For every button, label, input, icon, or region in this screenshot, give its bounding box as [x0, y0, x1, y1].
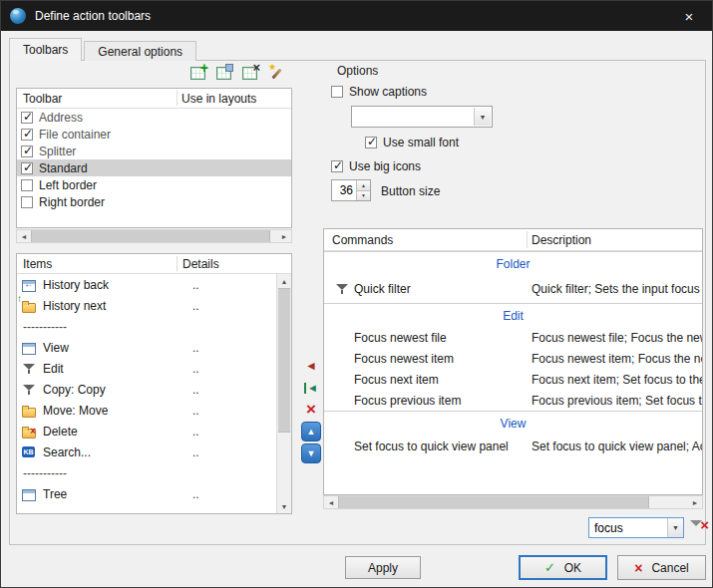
item-edit[interactable]: Edit ..	[17, 358, 291, 379]
checkbox[interactable]	[21, 179, 33, 191]
cmd-focus-next-item[interactable]: Focus next item Focus next item; Set foc…	[324, 369, 702, 390]
tab-general-options[interactable]: General options	[84, 41, 196, 61]
use-small-font-row: Use small font	[365, 136, 459, 149]
scroll-down-icon[interactable]	[277, 499, 291, 513]
item-separator[interactable]: -----------	[17, 462, 291, 483]
tab-toolbars[interactable]: Toolbars	[9, 38, 82, 61]
row-label: Address	[39, 111, 83, 125]
items-list-vscrollbar[interactable]	[276, 274, 291, 513]
history-next-icon	[21, 298, 37, 314]
scrollbar-thumb[interactable]	[31, 230, 270, 242]
checkbox[interactable]	[21, 196, 33, 208]
checkbox[interactable]	[21, 146, 33, 157]
commands-header: Commands Description	[324, 229, 702, 251]
spinner-up-icon[interactable]	[357, 180, 370, 191]
toolbar-row-right-border[interactable]: Right border	[17, 193, 291, 210]
command-description: Focus newest item; Focus the ne	[532, 352, 702, 366]
cmd-quick-filter[interactable]: Quick filter Quick filter; Sets the inpu…	[324, 275, 702, 303]
item-label: View	[43, 341, 69, 355]
scroll-left-icon[interactable]	[17, 230, 31, 242]
toolbar-list-hscrollbar[interactable]	[16, 229, 292, 243]
toolbar-row-file-container[interactable]: File container	[17, 126, 291, 143]
caption-style-combobox[interactable]	[351, 106, 493, 128]
scroll-right-icon[interactable]	[277, 230, 291, 242]
move-up-icon[interactable]	[301, 422, 321, 441]
item-tree[interactable]: Tree ..	[17, 483, 291, 504]
add-toolbar-icon[interactable]	[189, 64, 208, 82]
clear-filter-icon[interactable]	[689, 518, 709, 537]
show-captions-checkbox[interactable]	[331, 86, 343, 98]
cmd-set-focus-quick-view[interactable]: Set focus to quick view panel Set focus …	[324, 435, 702, 458]
item-label: Edit	[43, 362, 64, 376]
delete-toolbar-icon[interactable]	[241, 64, 260, 82]
add-to-toolbar-icon[interactable]	[301, 356, 321, 376]
item-label: History next	[43, 299, 106, 313]
remove-item-icon[interactable]	[301, 400, 321, 420]
scroll-up-icon[interactable]	[277, 274, 291, 288]
item-history-next[interactable]: History next ..	[17, 295, 291, 316]
wizard-icon[interactable]	[267, 64, 286, 82]
item-details: ..	[192, 425, 199, 439]
toolbar-row-address[interactable]: Address	[17, 109, 291, 126]
scrollbar-thumb[interactable]	[338, 496, 649, 508]
insert-to-toolbar-icon[interactable]	[301, 378, 321, 398]
item-label: Delete	[43, 425, 78, 439]
command-label: Quick filter	[354, 282, 411, 296]
chevron-down-icon[interactable]	[474, 108, 491, 126]
apply-button[interactable]: Apply	[345, 556, 421, 579]
commands-hscrollbar[interactable]	[323, 495, 703, 509]
column-description: Description	[532, 233, 591, 247]
ok-button[interactable]: OK	[519, 555, 607, 580]
button-size-input[interactable]	[333, 181, 355, 199]
row-label: Splitter	[39, 145, 76, 158]
toolbar-row-standard[interactable]: Standard	[17, 159, 291, 176]
separator-label: -----------	[23, 466, 67, 480]
checkbox[interactable]	[21, 112, 33, 124]
command-search-input[interactable]	[590, 519, 666, 536]
use-small-font-checkbox[interactable]	[365, 137, 377, 148]
item-details: ..	[192, 299, 199, 313]
edit-toolbar-icon[interactable]	[215, 64, 234, 82]
row-label: Right border	[39, 195, 105, 209]
commands-list: Commands Description Folder Quick filter…	[323, 228, 703, 495]
close-button[interactable]: ×	[666, 1, 712, 31]
checkbox[interactable]	[21, 129, 33, 141]
toolbar-list: Toolbar Use in layouts Address File cont…	[16, 88, 292, 228]
toolbar-row-splitter[interactable]: Splitter	[17, 143, 291, 159]
spinner-down-icon[interactable]	[357, 191, 370, 201]
scroll-left-icon[interactable]	[324, 496, 338, 508]
item-label: Move: Move	[43, 404, 108, 418]
command-description: Focus newest file; Focus the new	[532, 331, 702, 345]
scrollbar-thumb[interactable]	[278, 288, 290, 433]
item-move[interactable]: Move: Move ..	[17, 400, 291, 421]
dialog-window: Define action toolbars × Toolbars Genera…	[0, 0, 713, 588]
scrollbar-track[interactable]	[649, 496, 688, 508]
cancel-button[interactable]: Cancel	[617, 555, 706, 580]
use-big-icons-label: Use big icons	[349, 159, 421, 173]
cmd-focus-previous-item[interactable]: Focus previous item Focus previous item;…	[324, 390, 702, 411]
move-down-icon[interactable]	[301, 443, 321, 463]
item-delete[interactable]: Delete ..	[17, 421, 291, 441]
item-label: Tree	[43, 487, 67, 501]
cmd-focus-newest-file[interactable]: Focus newest file Focus newest file; Foc…	[324, 327, 702, 348]
search-chevron-down-icon[interactable]	[667, 518, 683, 537]
edit-icon	[21, 361, 37, 377]
item-copy[interactable]: Copy: Copy ..	[17, 379, 291, 400]
item-view[interactable]: View ..	[17, 337, 291, 358]
checkbox[interactable]	[21, 162, 33, 174]
items-list: Items Details History back .. History ne…	[16, 253, 292, 514]
scroll-right-icon[interactable]	[688, 496, 702, 508]
cmd-focus-newest-item[interactable]: Focus newest item Focus newest item; Foc…	[324, 348, 702, 369]
use-big-icons-checkbox[interactable]	[331, 160, 343, 172]
toolbar-row-left-border[interactable]: Left border	[17, 176, 291, 193]
item-label: Copy: Copy	[43, 383, 106, 397]
row-label: Left border	[39, 178, 97, 192]
command-search-box	[588, 517, 684, 538]
column-use-in-layouts: Use in layouts	[181, 92, 256, 106]
scrollbar-track[interactable]	[277, 433, 291, 499]
item-history-back[interactable]: History back ..	[17, 274, 291, 295]
item-search[interactable]: Search... ..	[17, 441, 291, 462]
column-divider	[527, 231, 528, 248]
item-separator[interactable]: -----------	[17, 316, 291, 337]
item-details: ..	[192, 278, 199, 292]
